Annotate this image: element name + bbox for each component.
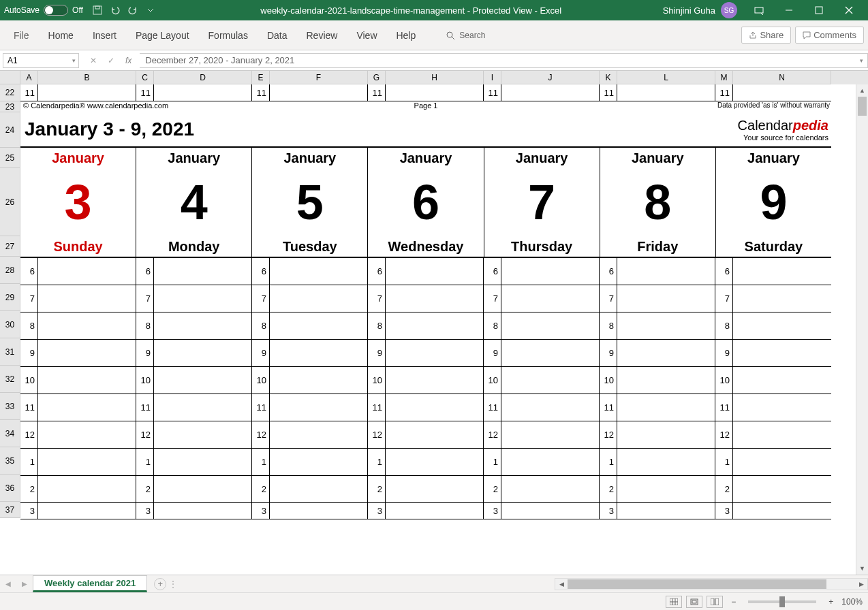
row-header[interactable]: 28 — [0, 257, 20, 284]
hour-cell[interactable]: 2 — [20, 476, 38, 502]
hour-cell[interactable]: 11 — [715, 394, 733, 421]
hour-cell[interactable]: 11 — [715, 84, 733, 101]
hour-cell[interactable]: 6 — [715, 258, 733, 285]
col-header[interactable]: A — [20, 71, 38, 84]
undo-icon[interactable] — [106, 1, 124, 19]
slot-cell[interactable] — [38, 421, 136, 448]
hour-cell[interactable]: 9 — [20, 340, 38, 366]
slot-cell[interactable] — [270, 312, 368, 339]
hour-cell[interactable]: 11 — [136, 394, 154, 421]
col-header[interactable]: H — [386, 71, 484, 84]
row-header[interactable]: 36 — [0, 475, 20, 502]
hour-cell[interactable]: 6 — [20, 258, 38, 285]
hour-cell[interactable]: 11 — [20, 394, 38, 421]
sheet-tab-active[interactable]: Weekly calendar 2021 — [33, 575, 147, 592]
hour-cell[interactable]: 9 — [252, 340, 270, 366]
hour-cell[interactable]: 12 — [136, 421, 154, 448]
hour-cell[interactable]: 2 — [715, 476, 733, 502]
hour-cell[interactable]: 1 — [368, 449, 386, 475]
row-header[interactable]: 26 — [0, 168, 20, 236]
slot-cell[interactable] — [38, 503, 136, 519]
vertical-scrollbar[interactable]: ▲ ▼ — [856, 84, 868, 575]
slot-cell[interactable] — [617, 503, 715, 519]
slot-cell[interactable] — [501, 258, 600, 285]
slot-cell[interactable] — [154, 503, 252, 519]
slot-cell[interactable] — [501, 449, 600, 475]
comments-button[interactable]: Comments — [795, 27, 864, 44]
hour-cell[interactable]: 7 — [368, 285, 386, 312]
hour-cell[interactable]: 11 — [484, 84, 501, 101]
hour-cell[interactable]: 11 — [20, 84, 38, 101]
hour-cell[interactable]: 3 — [20, 503, 38, 519]
hour-cell[interactable]: 3 — [252, 503, 270, 519]
hour-row[interactable]: 8888888 — [20, 312, 831, 340]
slot-cell[interactable] — [270, 449, 368, 475]
slot-cell[interactable] — [501, 312, 600, 339]
slot-cell[interactable] — [386, 421, 484, 448]
add-sheet-button[interactable]: + — [154, 578, 166, 590]
maximize-icon[interactable] — [804, 0, 834, 20]
slot-cell[interactable] — [386, 503, 484, 519]
hour-cell[interactable]: 11 — [368, 84, 386, 101]
hour-cell[interactable]: 11 — [600, 394, 617, 421]
hour-cell[interactable]: 11 — [368, 394, 386, 421]
col-header[interactable]: F — [270, 71, 368, 84]
row-header[interactable]: 37 — [0, 502, 20, 518]
hour-cell[interactable]: 8 — [136, 312, 154, 339]
hour-cell[interactable]: 11 — [484, 394, 501, 421]
redo-icon[interactable] — [124, 1, 142, 19]
slot-cell[interactable] — [38, 340, 136, 366]
slot-cell[interactable] — [617, 394, 715, 421]
slot-cell[interactable] — [154, 367, 252, 394]
hour-cell[interactable]: 11 — [136, 84, 154, 101]
hour-cell[interactable]: 7 — [600, 285, 617, 312]
slot-cell[interactable] — [38, 367, 136, 394]
slot-cell[interactable] — [270, 285, 368, 312]
slot-cell[interactable] — [501, 285, 600, 312]
col-header[interactable]: K — [600, 71, 617, 84]
table-row[interactable]: 11 11 11 11 11 11 11 — [20, 84, 831, 101]
hour-cell[interactable]: 8 — [368, 312, 386, 339]
row-header[interactable]: 31 — [0, 338, 20, 366]
hour-cell[interactable]: 6 — [368, 258, 386, 285]
hour-cell[interactable]: 2 — [484, 476, 501, 502]
row-header[interactable]: 33 — [0, 393, 20, 420]
tab-split-icon[interactable]: ⋮ — [169, 579, 174, 589]
day-header[interactable]: January4Monday — [136, 148, 252, 257]
hour-cell[interactable]: 3 — [368, 503, 386, 519]
col-header[interactable]: L — [617, 71, 715, 84]
row-header[interactable]: 34 — [0, 420, 20, 447]
slot-cell[interactable] — [617, 476, 715, 502]
slot-cell[interactable] — [733, 285, 831, 312]
toggle-off-icon[interactable] — [44, 5, 68, 16]
user-name[interactable]: Shinjini Guha — [663, 5, 715, 16]
scroll-up-icon[interactable]: ▲ — [856, 84, 868, 97]
slot-cell[interactable] — [270, 367, 368, 394]
formula-input[interactable]: December 27, 2020 - January 2, 2021 — [140, 53, 868, 68]
slot-cell[interactable] — [501, 476, 600, 502]
col-header[interactable]: G — [368, 71, 386, 84]
hour-cell[interactable]: 10 — [136, 367, 154, 394]
hour-cell[interactable]: 3 — [600, 503, 617, 519]
close-icon[interactable] — [834, 0, 864, 20]
tell-me-search[interactable]: Search — [446, 31, 485, 40]
slot-cell[interactable] — [501, 503, 600, 519]
scroll-down-icon[interactable]: ▼ — [856, 562, 868, 575]
hour-cell[interactable]: 7 — [484, 285, 501, 312]
hour-cell[interactable]: 2 — [136, 476, 154, 502]
col-header[interactable]: D — [154, 71, 252, 84]
slot-cell[interactable] — [38, 394, 136, 421]
hour-cell[interactable]: 6 — [484, 258, 501, 285]
tab-insert[interactable]: Insert — [83, 20, 126, 50]
hour-cell[interactable]: 12 — [252, 421, 270, 448]
hour-cell[interactable]: 8 — [600, 312, 617, 339]
hour-cell[interactable]: 10 — [368, 367, 386, 394]
tab-home[interactable]: Home — [39, 20, 83, 50]
slot-cell[interactable] — [733, 476, 831, 502]
slot-cell[interactable] — [617, 421, 715, 448]
tab-page-layout[interactable]: Page Layout — [126, 20, 199, 50]
hour-cell[interactable]: 11 — [252, 394, 270, 421]
hour-cell[interactable]: 7 — [715, 285, 733, 312]
page-layout-view-icon[interactable] — [686, 596, 702, 608]
slot-cell[interactable] — [154, 285, 252, 312]
